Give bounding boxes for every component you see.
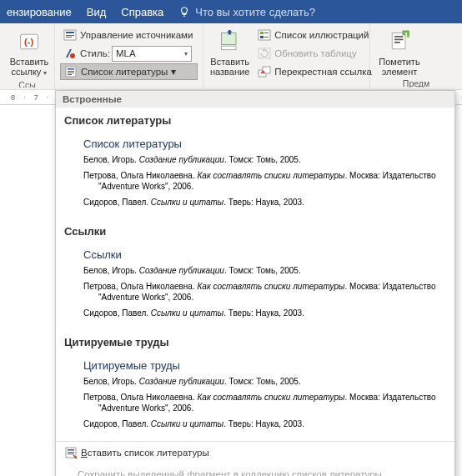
svg-rect-5 [66, 37, 72, 38]
table-of-figures-icon [258, 28, 271, 42]
bibliography-entry: Сидоров, Павел. Ссылки и цитаты. Тверь: … [83, 197, 437, 208]
preview-title: Список литературы [83, 138, 437, 150]
insert-citation-button[interactable]: (-) Вставитьссылку ▾ [5, 27, 53, 80]
save-selection-label: Сохранить выделенный фрагмент в коллекци… [78, 469, 389, 476]
svg-rect-17 [264, 33, 269, 33]
mark-entry-label1: Пометить [379, 57, 419, 67]
tab-help[interactable]: Справка [121, 6, 163, 18]
style-icon [63, 47, 77, 60]
chevron-down-icon: ▾ [184, 50, 188, 58]
bibliography-icon [64, 65, 78, 78]
svg-rect-11 [68, 74, 72, 75]
insert-caption-label2: название [210, 67, 249, 77]
bibliography-entry: Петрова, Ольга Николаевна. Как составлят… [83, 170, 437, 192]
gallery-category: Цитируемые труды [64, 336, 446, 348]
svg-rect-24 [394, 39, 404, 41]
bibliography-entry: Петрова, Ольга Николаевна. Как составлят… [83, 392, 437, 413]
group-label-citations: Ссы [5, 80, 49, 88]
insert-caption-icon [217, 28, 244, 55]
mark-entry-button[interactable]: Пометитьэлемент [375, 27, 424, 78]
gallery-category: Список литературы [64, 114, 446, 127]
insert-bibliography-label: Вставить список литературы [81, 448, 209, 458]
svg-rect-8 [68, 68, 74, 70]
cross-reference-button[interactable]: Перекрестная ссылка [254, 63, 375, 80]
tell-me-label: Что вы хотите сделать? [195, 6, 315, 18]
gallery-preview: Цитируемые трудыБелов, Игорь. Создание п… [64, 353, 446, 437]
svg-rect-25 [394, 42, 400, 43]
svg-rect-16 [260, 36, 264, 38]
insert-citation-label2: ссылку [12, 67, 42, 77]
svg-rect-15 [260, 32, 264, 34]
svg-rect-29 [68, 453, 74, 454]
insert-citation-icon: (-) [16, 28, 43, 55]
bibliography-dropdown-button[interactable]: Список литературы ▾ [60, 63, 198, 80]
chevron-down-icon: ▾ [43, 69, 47, 77]
table-of-figures-label: Список иллюстраций [274, 30, 369, 40]
bibliography-gallery: Встроенные Список литературыСписок литер… [55, 90, 455, 476]
mark-entry-icon [386, 28, 413, 55]
tell-me-search[interactable]: Что вы хотите сделать? [178, 6, 315, 18]
gallery-category: Ссылки [64, 225, 446, 238]
svg-rect-13 [221, 46, 236, 49]
svg-rect-3 [66, 32, 74, 33]
gallery-item[interactable]: Список литературыСписок литературыБелов,… [56, 111, 454, 222]
ruler-tick: 7 [25, 93, 48, 102]
preview-title: Цитируемые труды [83, 359, 437, 372]
svg-rect-18 [264, 37, 269, 38]
insert-bibliography-button[interactable]: Вставить список литературы [56, 442, 454, 463]
bibliography-entry: Белов, Игорь. Создание публикации. Томск… [83, 376, 437, 387]
tab-view[interactable]: Вид [87, 6, 107, 18]
svg-rect-10 [68, 73, 74, 73]
bibliography-entry: Петрова, Ольга Николаевна. Как составлят… [83, 281, 437, 303]
insert-caption-label1: Вставить [210, 57, 249, 67]
svg-point-6 [70, 53, 75, 58]
style-label: Стиль: [80, 48, 110, 58]
svg-rect-23 [394, 36, 404, 38]
tab-review[interactable]: ензирование [7, 6, 72, 18]
table-of-figures-button[interactable]: Список иллюстраций [254, 27, 375, 43]
title-bar: ензирование Вид Справка Что вы хотите сд… [0, 0, 462, 23]
gallery-list: Список литературыСписок литературыБелов,… [56, 108, 454, 441]
bibliography-entry: Сидоров, Павел. Ссылки и цитаты. Тверь: … [83, 308, 437, 318]
ribbon-group-captions: Вставитьназвание Список иллюстраций Обно… [203, 23, 370, 89]
style-value: MLA [116, 48, 136, 58]
gallery-preview: СсылкиБелов, Игорь. Создание публикации.… [64, 243, 446, 326]
bibliography-label: Список литературы [81, 67, 168, 77]
save-selection-button: Сохранить выделенный фрагмент в коллекци… [56, 463, 454, 476]
svg-text:(-): (-) [24, 37, 34, 47]
manage-sources-button[interactable]: Управление источниками [60, 27, 198, 43]
update-table-button: Обновить таблицу [254, 45, 375, 62]
cross-reference-icon [258, 65, 271, 78]
group-label-captions [208, 87, 364, 88]
insert-caption-button[interactable]: Вставитьназвание [208, 27, 251, 87]
cross-reference-label: Перекрестная ссылка [274, 67, 372, 77]
lightbulb-icon [178, 6, 190, 18]
update-table-icon [258, 47, 271, 60]
ribbon-group-citations-left: (-) Вставитьссылку ▾ Ссы [0, 23, 55, 89]
svg-rect-9 [68, 71, 74, 72]
ruler-tick: 8 [2, 93, 25, 102]
svg-rect-22 [392, 33, 405, 49]
svg-rect-28 [68, 452, 74, 453]
insert-citation-label1: Вставить [10, 57, 49, 67]
gallery-footer: Вставить список литературы Сохранить выд… [56, 441, 454, 476]
mark-entry-label2: элемент [382, 67, 418, 77]
ribbon-group-index: Пометитьэлемент Предм [370, 23, 462, 89]
style-row: Стиль: MLA ▾ [60, 45, 198, 62]
bibliography-entry: Белов, Игорь. Создание публикации. Томск… [83, 265, 437, 276]
svg-rect-14 [259, 30, 270, 40]
ribbon: (-) Вставитьссылку ▾ Ссы Управление исто… [0, 23, 462, 90]
svg-rect-4 [66, 35, 74, 36]
gallery-header: Встроенные [56, 91, 454, 108]
svg-rect-27 [68, 449, 74, 451]
gallery-item[interactable]: СсылкиСсылкиБелов, Игорь. Создание публи… [56, 222, 454, 333]
bibliography-entry: Белов, Игорь. Создание публикации. Томск… [83, 154, 437, 165]
update-table-label: Обновить таблицу [274, 48, 356, 58]
insert-bibliography-icon [64, 446, 78, 459]
ribbon-group-citations-right: Управление источниками Стиль: MLA ▾ Спис… [55, 23, 203, 89]
style-select[interactable]: MLA ▾ [112, 46, 192, 62]
group-label-index: Предм [375, 78, 457, 88]
chevron-down-icon: ▾ [171, 66, 176, 78]
bibliography-entry: Сидоров, Павел. Ссылки и цитаты. Тверь: … [83, 418, 437, 429]
gallery-item[interactable]: Цитируемые трудыЦитируемые трудыБелов, И… [56, 333, 454, 441]
